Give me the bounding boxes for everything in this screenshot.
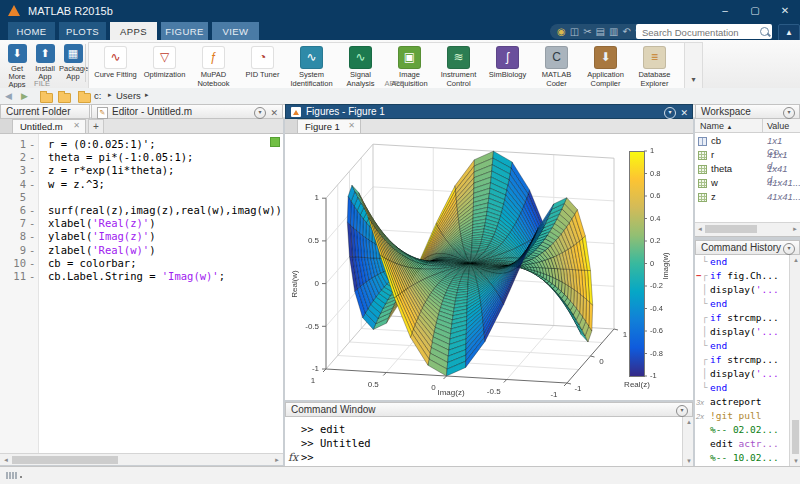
package-app-button[interactable]: ▦PackageApp [59, 43, 87, 81]
scrollbar-thumb[interactable] [705, 225, 757, 233]
collapse-marker-icon[interactable]: − [696, 270, 702, 281]
editor-line[interactable]: 5 [0, 191, 283, 204]
history-line[interactable]: ┌if strcmp... [695, 312, 800, 326]
back-arrow-icon[interactable]: ◀ [5, 90, 12, 102]
app-pid-tuner[interactable]: ◔PID Tuner [238, 46, 287, 80]
command-line[interactable]: >> edit [301, 423, 345, 435]
command-line[interactable]: >> [301, 451, 314, 463]
browse-up-folder-icon[interactable] [40, 93, 53, 103]
ribbon-tab-plots[interactable]: PLOTS [59, 22, 106, 40]
tab-close-icon[interactable]: ✕ [73, 121, 80, 130]
command-history-scrollbar[interactable]: ▲ ▼ [789, 255, 800, 466]
editor-line[interactable]: 3-z = r*exp(1i*theta); [0, 164, 283, 177]
history-line[interactable]: └end [695, 298, 800, 312]
scroll-up-icon[interactable]: ▲ [793, 257, 799, 263]
history-line[interactable]: └end [695, 256, 800, 270]
search-folder-icon[interactable] [58, 93, 71, 103]
column-divider[interactable] [762, 119, 763, 133]
editor-line[interactable]: 4-w = z.^3; [0, 178, 283, 191]
column-value[interactable]: Value [767, 121, 789, 131]
scroll-up-icon[interactable]: ▲ [686, 419, 692, 425]
editor-line[interactable]: 9-zlabel('Real(w)') [0, 244, 283, 257]
editor-line[interactable]: 2-theta = pi*(-1:0.05:1); [0, 151, 283, 164]
history-line[interactable]: %-- 02.02... [695, 424, 800, 438]
scrollbar-thumb[interactable] [792, 420, 799, 454]
history-line[interactable]: │display('... [695, 284, 800, 298]
workspace-menu-icon[interactable]: ▾ [783, 107, 795, 119]
app-optimization[interactable]: ▽Optimization [140, 46, 189, 80]
app-curve-fitting[interactable]: ∿Curve Fitting [91, 46, 140, 80]
minimize-button[interactable]: – [710, 0, 740, 22]
workspace-row-w[interactable]: w41x41... [695, 177, 800, 191]
tab-untitled-m[interactable]: Untitled.m ✕ [12, 119, 86, 133]
workspace-column-headers[interactable]: Name ▲ Value [695, 119, 800, 133]
title-bar[interactable]: MATLAB R2015b – ▢ ✕ [0, 0, 800, 22]
undo-icon[interactable]: ↶ [622, 24, 630, 39]
scroll-right-icon[interactable]: ► [274, 457, 280, 463]
editor-code-area[interactable]: 1-r = (0:0.025:1)';2-theta = pi*(-1:0.05… [0, 134, 283, 453]
workspace-row-cb[interactable]: cb1x1 Co... [695, 135, 800, 149]
current-folder-panel-header[interactable]: Current Folder [0, 104, 90, 119]
scroll-down-icon[interactable]: ▼ [686, 458, 692, 464]
busy-indicator-icon[interactable] [6, 472, 17, 479]
history-line[interactable]: −┌if fig.Ch... [695, 270, 800, 284]
documentation-search[interactable] [636, 24, 772, 39]
history-line[interactable]: │display('... [695, 326, 800, 340]
history-line[interactable]: ┌if strcmp... [695, 354, 800, 368]
scroll-left-icon[interactable]: ◄ [697, 226, 703, 232]
figure-plot-canvas[interactable] [285, 134, 693, 400]
maximize-button[interactable]: ▢ [740, 0, 770, 22]
editor-line[interactable]: 11-cb.Label.String = 'Imag(w)'; [0, 270, 283, 283]
scroll-down-icon[interactable]: ▼ [793, 458, 799, 464]
ribbon-tab-apps[interactable]: APPS [110, 22, 157, 40]
ribbon-tab-figure[interactable]: FIGURE [161, 22, 208, 40]
command-history-menu-icon[interactable]: ▾ [783, 243, 795, 255]
fx-icon[interactable]: fx [288, 451, 298, 464]
editor-line[interactable]: 8-ylabel('Imag(z)') [0, 230, 283, 243]
workspace-panel-header[interactable]: Workspace ▾ [695, 104, 800, 119]
column-name[interactable]: Name ▲ [700, 121, 732, 131]
history-line[interactable]: │display('... [695, 368, 800, 382]
command-history-list[interactable]: └end−┌if fig.Ch...│display('...└end┌if s… [695, 255, 800, 466]
history-line[interactable]: 2x!git pull [695, 410, 800, 424]
profile-icon[interactable]: ◉ [557, 24, 566, 39]
command-window[interactable]: >> edit>> Untitled>> fx ▲ ▼ [285, 417, 693, 466]
workspace-row-r[interactable]: r41x1 d... [695, 149, 800, 163]
history-line[interactable]: edit actr... [695, 438, 800, 452]
command-history-header[interactable]: Command History ▾ [695, 240, 800, 255]
ribbon-tab-home[interactable]: HOME [8, 22, 55, 40]
history-line[interactable]: 3xactreport [695, 396, 800, 410]
editor-line[interactable]: 6-surf(real(z),imag(z),real(w),imag(w)) [0, 204, 283, 217]
close-button[interactable]: ✕ [770, 0, 800, 22]
install-app-button[interactable]: ⬆InstallApp [31, 43, 59, 81]
tab-close-icon[interactable]: ✕ [348, 121, 355, 130]
figures-menu-icon[interactable]: ▾ [664, 107, 676, 119]
search-input[interactable] [640, 24, 756, 41]
editor-panel-header[interactable]: ✎ Editor - Untitled.m ▾ ✕ [91, 104, 283, 119]
figures-panel-header[interactable]: Figures - Figure 1 ▾ ✕ [285, 104, 693, 119]
breadcrumb-users[interactable]: Users [116, 90, 141, 101]
cut-icon[interactable]: ✂ [583, 24, 591, 39]
ribbon-tab-view[interactable]: VIEW [212, 22, 259, 40]
breadcrumb-drive[interactable]: c: [94, 90, 101, 101]
scroll-right-icon[interactable]: ► [792, 226, 798, 232]
save-icon[interactable]: ◫ [570, 24, 579, 39]
editor-menu-icon[interactable]: ▾ [254, 107, 266, 119]
workspace-variable-list[interactable]: cb1x1 Co...r41x1 d...theta1x41 d...w41x4… [695, 133, 800, 222]
editor-line[interactable]: 7-xlabel('Real(z)') [0, 217, 283, 230]
paste-icon[interactable]: ▥ [609, 24, 618, 39]
app-simbiology[interactable]: ʃSimBiology [483, 46, 532, 80]
history-line[interactable]: └end [695, 340, 800, 354]
workspace-horizontal-scrollbar[interactable]: ◄ ► [695, 222, 800, 234]
workspace-row-z[interactable]: z41x41... [695, 191, 800, 205]
command-line[interactable]: >> Untitled [301, 437, 371, 449]
command-window-menu-icon[interactable]: ▾ [676, 405, 688, 417]
editor-close-icon[interactable]: ✕ [270, 106, 278, 120]
editor-line[interactable]: 1-r = (0:0.025:1)'; [0, 138, 283, 151]
forward-arrow-icon[interactable]: ▶ [21, 90, 28, 102]
editor-horizontal-scrollbar[interactable]: ◄ ► [0, 453, 283, 465]
tab-figure-1[interactable]: Figure 1 ✕ [297, 119, 361, 133]
command-window-header[interactable]: Command Window ▾ [285, 402, 693, 417]
scroll-left-icon[interactable]: ◄ [3, 457, 9, 463]
figures-close-icon[interactable]: ✕ [680, 106, 688, 120]
